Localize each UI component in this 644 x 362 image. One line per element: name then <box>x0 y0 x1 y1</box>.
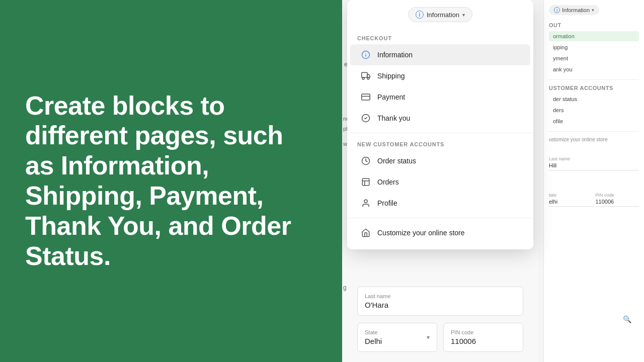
svg-point-5 <box>367 77 369 79</box>
rp-form-name-row: Last name Hill <box>549 150 639 174</box>
dropdown-trigger-button[interactable]: i Information ▾ <box>408 7 472 22</box>
dropdown-item-profile[interactable]: Profile <box>350 193 530 214</box>
dropdown-item-information[interactable]: Information <box>350 44 530 65</box>
hero-text: Create blocks to different pages, such a… <box>25 91 317 272</box>
dropdown-item-orders[interactable]: Orders <box>350 171 530 193</box>
state-label: State <box>365 329 382 335</box>
customize-label: Customize your online store <box>377 229 465 237</box>
orders-label: Orders <box>377 178 399 186</box>
customize-icon <box>360 227 371 238</box>
last-name-row: Last name O'Hara <box>357 287 523 316</box>
right-area: e nu. pl ws g Last name O'Hara State Del… <box>342 0 644 362</box>
dropdown-item-customize[interactable]: Customize your online store <box>350 222 530 243</box>
rp-state-col: tate elhi <box>549 187 593 211</box>
last-name-field: Last name O'Hara <box>357 287 523 316</box>
bg-form-content: Last name O'Hara State Delhi ▾ PIN code … <box>342 277 538 362</box>
right-preview-panel: i Information ▾ OUT ormation ipping ymen… <box>543 0 644 362</box>
svg-rect-6 <box>362 94 370 100</box>
checkout-section-label: CHECKOUT <box>347 31 533 44</box>
rp-state-value: elhi <box>549 199 593 207</box>
rp-state-pin-row: tate elhi PIN code 110006 <box>549 187 639 211</box>
rp-item-orders: ders <box>549 105 639 115</box>
state-value: Delhi <box>365 337 382 345</box>
rp-item-thankyou: ank you <box>549 64 639 74</box>
rp-last-name-value: Hill <box>549 162 639 170</box>
state-pin-row: State Delhi ▾ PIN code 110006 <box>357 323 523 352</box>
payment-label: Payment <box>377 93 405 101</box>
left-panel: Create blocks to different pages, such a… <box>0 0 342 362</box>
shipping-icon <box>360 70 371 81</box>
rp-item-profile: ofile <box>549 116 639 126</box>
last-name-value: O'Hara <box>365 301 516 309</box>
order-status-label: Order status <box>377 157 416 165</box>
rp-info-icon: i <box>554 7 560 13</box>
last-name-label: Last name <box>365 293 516 299</box>
rp-pin-label: PIN code <box>596 193 639 198</box>
dropdown-item-orderstatus[interactable]: Order status <box>350 150 530 171</box>
rp-customize: ustomize your online store <box>549 137 639 142</box>
rp-divider2 <box>549 131 639 132</box>
state-chevron: ▾ <box>427 334 430 341</box>
dropdown-item-payment[interactable]: Payment <box>350 86 530 108</box>
rp-customer-label: USTOMER ACCOUNTS <box>549 85 639 91</box>
rp-item-payment: yment <box>549 53 639 63</box>
customer-accounts-label: NEW CUSTOMER ACCOUNTS <box>347 137 533 150</box>
rp-item-shipping: ipping <box>549 42 639 52</box>
pin-value: 110006 <box>451 337 516 345</box>
rp-info-btn: i Information ▾ <box>549 5 599 15</box>
svg-rect-10 <box>362 178 369 186</box>
rp-last-name-col: Last name Hill <box>549 150 639 174</box>
rp-pin-col: PIN code 110006 <box>596 187 639 211</box>
dropdown-item-shipping[interactable]: Shipping <box>350 65 530 86</box>
rp-last-name-label: Last name <box>549 156 639 161</box>
rp-pin-value: 110006 <box>596 199 639 207</box>
trigger-info-icon: i <box>416 11 424 19</box>
trigger-label: Information <box>427 11 459 19</box>
profile-label: Profile <box>377 199 397 207</box>
order-status-icon <box>360 155 371 166</box>
dropdown-content: CHECKOUT Information <box>347 27 533 249</box>
rp-info-label: Information <box>562 7 590 13</box>
svg-point-13 <box>364 200 367 203</box>
rp-item-information: ormation <box>549 31 639 41</box>
dropdown-item-thankyou[interactable]: Thank you <box>350 108 530 129</box>
accounts-divider <box>347 218 533 218</box>
rp-divider <box>549 79 639 80</box>
dropdown-panel: i Information ▾ CHECKOUT Information <box>347 0 533 249</box>
svg-point-4 <box>362 77 364 79</box>
information-icon <box>360 49 371 60</box>
thankyou-icon <box>360 113 371 124</box>
profile-icon <box>360 198 371 209</box>
pin-field: PIN code 110006 <box>443 323 523 352</box>
dropdown-trigger-bar: i Information ▾ <box>347 0 533 27</box>
pin-label: PIN code <box>451 329 516 335</box>
rp-state-label: tate <box>549 193 593 198</box>
shipping-label: Shipping <box>377 72 405 80</box>
rp-checkout-label: OUT <box>549 22 639 28</box>
state-field: State Delhi ▾ <box>357 323 437 352</box>
rp-form-preview: Last name Hill 🔍 tate elhi PIN code 1100… <box>549 150 639 211</box>
rp-search-icon: 🔍 <box>623 315 631 323</box>
trigger-chevron-icon: ▾ <box>462 12 465 18</box>
information-label: Information <box>377 51 413 59</box>
rp-chevron: ▾ <box>592 8 594 13</box>
payment-icon <box>360 92 371 103</box>
rp-item-orderstatus: der status <box>549 94 639 104</box>
svg-rect-3 <box>362 72 367 77</box>
thankyou-label: Thank you <box>377 114 410 122</box>
checkout-divider <box>347 133 533 133</box>
orders-icon <box>360 176 371 188</box>
